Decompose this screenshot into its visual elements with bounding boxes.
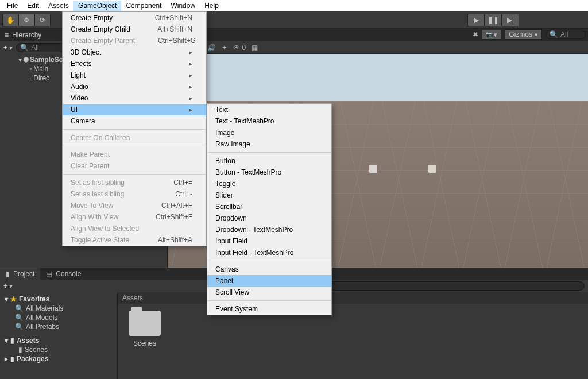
menu-item-audio[interactable]: Audio▸ (63, 81, 206, 92)
menu-help[interactable]: Help (200, 1, 223, 11)
asset-label: Scenes (125, 339, 165, 347)
menubar: File Edit Assets GameObject Component Wi… (0, 0, 588, 11)
play-button[interactable]: ▶ (467, 14, 485, 26)
chevron-right-icon: ▸ (189, 83, 192, 91)
submenu-item-event-system[interactable]: Event System (207, 303, 331, 315)
search-icon: 🔍 (20, 44, 29, 52)
menu-item-align-view-to-selected: Align View to Selected (63, 223, 206, 234)
audio-icon[interactable]: 🔊 (207, 44, 216, 52)
search-icon: 🔍 (15, 314, 24, 322)
tools-icon[interactable]: ✖ (473, 30, 478, 38)
gameobject-context-menu: Create EmptyCtrl+Shift+NCreate Empty Chi… (62, 11, 207, 246)
menu-item-create-empty-parent: Create Empty ParentCtrl+Shift+G (63, 35, 206, 47)
assets-child[interactable]: ▮Scenes (0, 345, 117, 354)
menu-item-create-empty-child[interactable]: Create Empty ChildAlt+Shift+N (63, 24, 206, 35)
menu-gameobject[interactable]: GameObject (74, 1, 121, 11)
hidden-count: 👁 0 (233, 44, 246, 52)
fav-item[interactable]: 🔍All Prefabs (0, 322, 117, 331)
submenu-item-slider[interactable]: Slider (207, 190, 331, 201)
search-icon: 🔍 (550, 30, 558, 38)
console-icon: ▤ (46, 270, 52, 278)
submenu-item-input-field[interactable]: Input Field (207, 235, 331, 247)
submenu-item-panel[interactable]: Panel (207, 275, 331, 287)
menu-item-ui[interactable]: UI▸ (63, 104, 206, 115)
search-icon: 🔍 (15, 323, 24, 331)
hierarchy-item-label: Direc (33, 74, 49, 82)
folder-icon: ▮ (18, 346, 22, 354)
menu-item-3d-object[interactable]: 3D Object▸ (63, 47, 206, 58)
rotate-tool-button[interactable]: ⟳ (34, 14, 51, 26)
star-icon: ★ (10, 295, 17, 303)
ui-submenu: TextText - TextMeshProImageRaw ImageButt… (207, 103, 332, 315)
project-search[interactable]: 🔍 (295, 281, 585, 291)
favorites-header[interactable]: ▾★ Favorites (0, 295, 117, 304)
menu-item-create-empty[interactable]: Create EmptyCtrl+Shift+N (63, 12, 206, 24)
menu-item-video[interactable]: Video▸ (63, 92, 206, 104)
menu-item-set-as-first-sibling: Set as first siblingCtrl+= (63, 177, 206, 188)
menu-assets[interactable]: Assets (44, 1, 74, 11)
hierarchy-icon: ≡ (5, 31, 9, 39)
submenu-item-image[interactable]: Image (207, 127, 331, 138)
submenu-item-text[interactable]: Text (207, 104, 331, 115)
submenu-item-button[interactable]: Button (207, 155, 331, 167)
hierarchy-title: Hierarchy (12, 31, 41, 39)
fav-item[interactable]: 🔍All Materials (0, 304, 117, 313)
chevron-right-icon: ▸ (189, 94, 192, 102)
unity-logo-icon: ⬢ (23, 56, 29, 64)
gizmos-dropdown[interactable]: Gizmos ▾ (505, 29, 542, 40)
console-tab[interactable]: ▤ Console (40, 268, 87, 280)
menu-item-move-to-view: Move To ViewCtrl+Alt+F (63, 200, 206, 211)
menu-item-camera[interactable]: Camera (63, 115, 206, 127)
fx-icon[interactable]: ✦ (222, 44, 227, 52)
scene-search[interactable]: 🔍 All (546, 30, 586, 39)
submenu-item-button-textmeshpro[interactable]: Button - TextMeshPro (207, 167, 331, 178)
submenu-item-raw-image[interactable]: Raw Image (207, 138, 331, 150)
project-tree: ▾★ Favorites 🔍All Materials 🔍All Models … (0, 292, 118, 379)
assets-header[interactable]: ▾▮ Assets (0, 336, 117, 345)
submenu-item-dropdown-textmeshpro[interactable]: Dropdown - TextMeshPro (207, 224, 331, 235)
move-icon: ✥ (24, 16, 29, 24)
submenu-item-canvas[interactable]: Canvas (207, 264, 331, 275)
fav-item[interactable]: 🔍All Models (0, 313, 117, 322)
menu-item-make-parent: Make Parent (63, 149, 206, 160)
pause-button[interactable]: ❚❚ (485, 14, 502, 26)
hierarchy-search-placeholder: All (31, 44, 38, 52)
step-icon: ▶| (507, 16, 514, 24)
pause-icon: ❚❚ (488, 16, 499, 24)
menu-edit[interactable]: Edit (22, 1, 44, 11)
create-dropdown[interactable]: + ▾ (3, 282, 13, 290)
folder-icon (129, 311, 161, 336)
search-icon: 🔍 (15, 304, 24, 312)
menu-window[interactable]: Window (166, 1, 200, 11)
camera-gizmo-icon[interactable] (369, 165, 377, 173)
menu-item-set-as-last-sibling: Set as last siblingCtrl+- (63, 188, 206, 200)
project-tab[interactable]: ▮ Project (0, 268, 40, 280)
grid-icon[interactable]: ▦ (252, 44, 258, 52)
rotate-icon: ⟳ (40, 16, 45, 24)
move-tool-button[interactable]: ✥ (18, 14, 34, 26)
step-button[interactable]: ▶| (502, 14, 519, 26)
assets-breadcrumb[interactable]: Assets (118, 292, 588, 304)
camera-dropdown[interactable]: 📷▾ (482, 30, 501, 40)
folder-icon: ▮ (10, 355, 14, 363)
gameobject-icon: ▫ (30, 65, 32, 73)
menu-component[interactable]: Component (121, 1, 166, 11)
light-gizmo-icon[interactable] (428, 165, 436, 173)
hand-tool-button[interactable]: ✋ (2, 14, 18, 26)
submenu-item-scroll-view[interactable]: Scroll View (207, 287, 331, 298)
submenu-item-text-textmeshpro[interactable]: Text - TextMeshPro (207, 115, 331, 127)
menu-item-effects[interactable]: Effects▸ (63, 58, 206, 69)
hand-icon: ✋ (6, 16, 15, 24)
create-dropdown[interactable]: + ▾ (3, 44, 13, 52)
menu-item-light[interactable]: Light▸ (63, 69, 206, 81)
menu-file[interactable]: File (2, 1, 22, 11)
submenu-item-toggle[interactable]: Toggle (207, 178, 331, 190)
chevron-right-icon: ▸ (189, 71, 192, 79)
menu-item-align-with-view: Align With ViewCtrl+Shift+F (63, 211, 206, 223)
submenu-item-dropdown[interactable]: Dropdown (207, 212, 331, 224)
asset-folder-scenes[interactable]: Scenes (125, 311, 165, 347)
submenu-item-scrollbar[interactable]: Scrollbar (207, 201, 331, 212)
submenu-item-input-field-textmeshpro[interactable]: Input Field - TextMeshPro (207, 247, 331, 258)
menu-item-center-on-children: Center On Children (63, 132, 206, 144)
packages-header[interactable]: ▸▮ Packages (0, 354, 117, 363)
